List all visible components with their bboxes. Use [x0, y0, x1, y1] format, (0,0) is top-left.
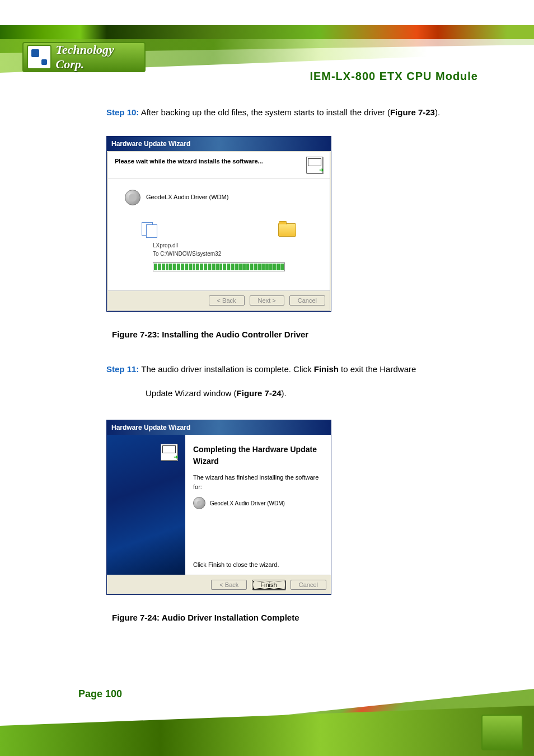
footer-logo-icon — [481, 715, 523, 750]
step-10-text-before: After backing up the old files, the syst… — [139, 107, 390, 117]
dialog2-sidebar-graphic — [107, 435, 185, 575]
figure-7-23-caption: Figure 7-23: Installing the Audio Contro… — [112, 328, 484, 341]
cancel-button[interactable]: Cancel — [291, 580, 326, 590]
back-button[interactable]: < Back — [209, 295, 245, 306]
next-button[interactable]: Next > — [250, 295, 284, 306]
step-10-label: Step 10: — [106, 107, 139, 117]
dialog1-titlebar: Hardware Update Wizard — [107, 137, 331, 151]
install-disk-icon — [306, 157, 323, 173]
dialog1-file-name: LXprop.dll — [153, 241, 296, 250]
step-11-line2: Update Wizard window (Figure 7-24). — [106, 387, 484, 400]
back-button[interactable]: < Back — [211, 580, 247, 590]
dialog2-driver-name: GeodeLX Audio Driver (WDM) — [210, 499, 285, 508]
document-title: IEM-LX-800 ETX CPU Module — [310, 70, 478, 83]
step-11-figure-ref: Figure 7-24 — [237, 388, 282, 398]
figure-7-24-caption: Figure 7-24: Audio Driver Installation C… — [112, 612, 484, 624]
step-11-paragraph: Step 11: The audio driver installation i… — [106, 363, 484, 376]
dialog2-close-text: Click Finish to close the wizard. — [193, 560, 323, 570]
install-progress-bar — [153, 262, 285, 271]
company-logo: Technology Corp. — [22, 42, 146, 72]
step-10-text-after: ). — [435, 107, 440, 117]
step-11-line2-after: ). — [282, 388, 287, 398]
step-11-label: Step 11: — [106, 364, 139, 374]
hardware-update-wizard-complete-dialog: Hardware Update Wizard Completing the Ha… — [106, 420, 331, 595]
step-11-line2-before: Update Wizard window ( — [146, 388, 237, 398]
folder-icon — [278, 223, 296, 237]
dialog2-subtext: The wizard has finished installing the s… — [193, 473, 323, 491]
logo-mark-icon — [27, 45, 51, 69]
step-11-text-before: The audio driver installation is complet… — [139, 364, 313, 374]
install-disk-icon — [161, 444, 177, 461]
gear-icon — [125, 190, 140, 205]
step-11-finish-bold: Finish — [314, 364, 339, 374]
header-banner: Technology Corp. IEM-LX-800 ETX CPU Modu… — [0, 0, 534, 90]
gear-icon — [193, 497, 205, 509]
finish-button[interactable]: Finish — [252, 580, 285, 590]
dialog1-header-text: Please wait while the wizard installs th… — [115, 157, 263, 166]
step-11-text-mid: to exit the Hardware — [339, 364, 416, 374]
dialog2-titlebar: Hardware Update Wizard — [107, 420, 331, 435]
step-10-paragraph: Step 10: After backing up the old files,… — [106, 106, 484, 119]
hardware-update-wizard-install-dialog: Hardware Update Wizard Please wait while… — [106, 136, 331, 312]
cancel-button[interactable]: Cancel — [289, 295, 325, 306]
documents-icon — [142, 222, 160, 238]
dialog2-heading: Completing the Hardware Update Wizard — [193, 444, 323, 467]
footer-banner — [0, 672, 534, 756]
footer-stripe-graphic — [0, 706, 534, 756]
logo-text: Technology Corp. — [56, 43, 145, 72]
dialog1-file-dest: To C:\WINDOWS\system32 — [153, 250, 296, 258]
step-10-figure-ref: Figure 7-23 — [390, 107, 435, 117]
dialog1-driver-name: GeodeLX Audio Driver (WDM) — [146, 192, 228, 202]
